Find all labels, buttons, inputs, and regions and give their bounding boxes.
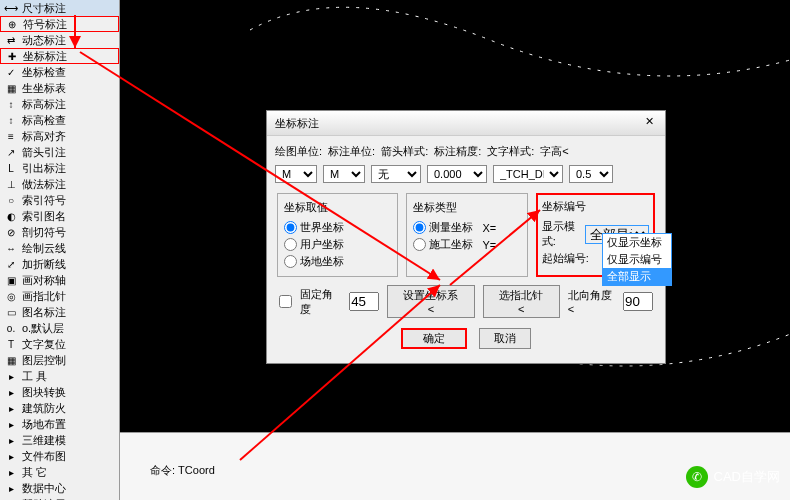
sidebar-item-0[interactable]: ⟷尺寸标注	[0, 0, 119, 16]
dialog-title: 坐标标注	[275, 116, 319, 131]
annot-prec-label: 标注精度:	[434, 144, 481, 159]
sidebar-icon: ▦	[4, 81, 18, 95]
sidebar-icon: ◐	[4, 209, 18, 223]
sidebar-item-25[interactable]: ▸建筑防火	[0, 400, 119, 416]
sidebar-item-7[interactable]: ↕标高检查	[0, 112, 119, 128]
sidebar-icon: ⤢	[4, 257, 18, 271]
annot-unit-select[interactable]: M	[323, 165, 365, 183]
display-mode-dropdown[interactable]: 仅显示坐标 仅显示编号 全部显示	[602, 233, 672, 286]
user-coord-radio[interactable]	[284, 238, 297, 251]
sidebar-icon: ▭	[4, 305, 18, 319]
sidebar-icon: ↕	[4, 97, 18, 111]
sidebar-item-10[interactable]: L引出标注	[0, 160, 119, 176]
sidebar-item-1[interactable]: ⊕符号标注	[0, 16, 119, 32]
sidebar-icon: ▸	[4, 481, 18, 495]
sidebar-icon: ▣	[4, 273, 18, 287]
sidebar-item-12[interactable]: ○索引符号	[0, 192, 119, 208]
dropdown-option[interactable]: 仅显示编号	[603, 251, 671, 268]
cmd-line-1: 命令: TCoord	[150, 463, 760, 477]
sidebar-item-label: 标高检查	[22, 113, 66, 128]
sidebar-icon: ▸	[4, 433, 18, 447]
sidebar: ⟷尺寸标注⊕符号标注⇄动态标注✚坐标标注✓坐标检查▦生坐标表↕标高标注↕标高检查…	[0, 0, 120, 500]
sidebar-item-label: 三维建模	[22, 433, 66, 448]
coord-annotation-dialog: 坐标标注 ✕ 绘图单位: 标注单位: 箭头样式: 标注精度: 文字样式: 字高<…	[266, 110, 666, 364]
sidebar-item-label: 场地布置	[22, 417, 66, 432]
set-origin-button[interactable]: 设置坐标系<	[387, 285, 474, 318]
draw-unit-select[interactable]: M	[275, 165, 317, 183]
sidebar-item-6[interactable]: ↕标高标注	[0, 96, 119, 112]
sidebar-item-23[interactable]: ▸工 具	[0, 368, 119, 384]
sidebar-icon: ▦	[4, 353, 18, 367]
text-height-select[interactable]: 0.5	[569, 165, 613, 183]
fixed-angle-checkbox[interactable]	[279, 295, 292, 308]
sidebar-item-label: 坐标检查	[22, 65, 66, 80]
sidebar-item-label: 剖切符号	[22, 225, 66, 240]
sidebar-item-21[interactable]: T文字复位	[0, 336, 119, 352]
survey-coord-radio[interactable]	[413, 221, 426, 234]
sidebar-item-14[interactable]: ⊘剖切符号	[0, 224, 119, 240]
sidebar-item-label: 动态标注	[22, 33, 66, 48]
sidebar-item-label: 做法标注	[22, 177, 66, 192]
sidebar-item-20[interactable]: o.o.默认层	[0, 320, 119, 336]
sidebar-item-4[interactable]: ✓坐标检查	[0, 64, 119, 80]
sidebar-icon: ▸	[4, 449, 18, 463]
field-coord-radio[interactable]	[284, 255, 297, 268]
sidebar-item-label: 图名标注	[22, 305, 66, 320]
sidebar-item-13[interactable]: ◐索引图名	[0, 208, 119, 224]
world-coord-radio[interactable]	[284, 221, 297, 234]
sidebar-item-label: 索引符号	[22, 193, 66, 208]
select-north-button[interactable]: 选指北针<	[483, 285, 560, 318]
cancel-button[interactable]: 取消	[479, 328, 531, 349]
annot-prec-select[interactable]: 0.000	[427, 165, 487, 183]
close-icon[interactable]: ✕	[641, 115, 657, 131]
sidebar-item-label: 符号标注	[23, 17, 67, 32]
dropdown-option-selected[interactable]: 全部显示	[603, 268, 671, 285]
sidebar-icon: ▸	[4, 465, 18, 479]
construct-coord-radio[interactable]	[413, 238, 426, 251]
sidebar-icon: ≡	[4, 129, 18, 143]
sidebar-item-17[interactable]: ▣画对称轴	[0, 272, 119, 288]
coord-value-group: 坐标取值 世界坐标 用户坐标 场地坐标	[277, 193, 398, 277]
sidebar-icon: L	[4, 161, 18, 175]
sidebar-item-22[interactable]: ▦图层控制	[0, 352, 119, 368]
fixed-angle-input[interactable]	[349, 292, 379, 311]
ok-button[interactable]: 确定	[401, 328, 467, 349]
sidebar-item-28[interactable]: ▸文件布图	[0, 448, 119, 464]
annot-unit-label: 标注单位:	[328, 144, 375, 159]
sidebar-item-3[interactable]: ✚坐标标注	[0, 48, 119, 64]
sidebar-item-9[interactable]: ↗箭头引注	[0, 144, 119, 160]
sidebar-item-27[interactable]: ▸三维建模	[0, 432, 119, 448]
sidebar-item-29[interactable]: ▸其 它	[0, 464, 119, 480]
sidebar-item-31[interactable]: ▸帮助演示	[0, 496, 119, 500]
sidebar-item-11[interactable]: ⊥做法标注	[0, 176, 119, 192]
sidebar-icon: o.	[4, 321, 18, 335]
sidebar-icon: T	[4, 337, 18, 351]
sidebar-item-30[interactable]: ▸数据中心	[0, 480, 119, 496]
sidebar-item-8[interactable]: ≡标高对齐	[0, 128, 119, 144]
north-angle-input[interactable]	[623, 292, 653, 311]
sidebar-item-label: 文字复位	[22, 337, 66, 352]
dialog-titlebar[interactable]: 坐标标注 ✕	[267, 111, 665, 136]
sidebar-icon: ↗	[4, 145, 18, 159]
arrow-style-select[interactable]: 无	[371, 165, 421, 183]
wechat-icon: ✆	[686, 466, 708, 488]
dropdown-option[interactable]: 仅显示坐标	[603, 234, 671, 251]
sidebar-item-label: 标高标注	[22, 97, 66, 112]
sidebar-item-19[interactable]: ▭图名标注	[0, 304, 119, 320]
sidebar-item-24[interactable]: ▸图块转换	[0, 384, 119, 400]
sidebar-item-label: 图块转换	[22, 385, 66, 400]
sidebar-item-26[interactable]: ▸场地布置	[0, 416, 119, 432]
sidebar-item-15[interactable]: ↔绘制云线	[0, 240, 119, 256]
coord-number-group: 坐标编号 显示模式: 全部显示 起始编号: 仅显示坐标 仅显示编号 全部显示	[536, 193, 655, 277]
sidebar-item-2[interactable]: ⇄动态标注	[0, 32, 119, 48]
arrow-style-label: 箭头样式:	[381, 144, 428, 159]
sidebar-icon: ✓	[4, 65, 18, 79]
sidebar-item-label: 标高对齐	[22, 129, 66, 144]
text-style-select[interactable]: _TCH_DIM	[493, 165, 563, 183]
sidebar-item-label: 建筑防火	[22, 401, 66, 416]
sidebar-icon: ▸	[4, 385, 18, 399]
sidebar-item-18[interactable]: ◎画指北针	[0, 288, 119, 304]
sidebar-item-label: 引出标注	[22, 161, 66, 176]
sidebar-item-5[interactable]: ▦生坐标表	[0, 80, 119, 96]
sidebar-item-16[interactable]: ⤢加折断线	[0, 256, 119, 272]
